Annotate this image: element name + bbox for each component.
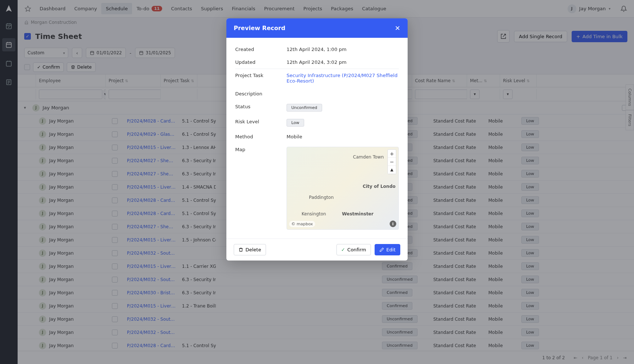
- updated-value: 12th April 2024, 3:02 pm: [287, 59, 399, 65]
- status-badge: Unconfirmed: [287, 104, 322, 112]
- preview-record-modal: Preview Record ✕ Created 12th April 2024…: [226, 18, 408, 261]
- modal-footer: Delete ✓ Confirm Edit: [226, 239, 408, 261]
- created-value: 12th April 2024, 1:00 pm: [287, 47, 399, 52]
- modal-title: Preview Record: [234, 25, 285, 32]
- info-icon[interactable]: i: [390, 221, 396, 227]
- description-label: Description: [235, 91, 287, 97]
- method-value: Mobile: [287, 134, 399, 139]
- modal-body: Created 12th April 2024, 1:00 pm Updated…: [226, 38, 408, 239]
- risk-badge: Low: [287, 119, 304, 127]
- map-controls: + − ▲: [387, 149, 396, 174]
- zoom-in-icon[interactable]: +: [388, 150, 396, 158]
- task-label: Project Task: [235, 73, 287, 84]
- risk-label: Risk Level: [235, 119, 287, 127]
- edit-icon: [379, 247, 384, 252]
- map-label: Map: [235, 147, 287, 230]
- modal-edit-button[interactable]: Edit: [375, 244, 400, 255]
- close-icon[interactable]: ✕: [395, 24, 400, 32]
- trash-icon: [238, 247, 243, 252]
- compass-icon[interactable]: ▲: [388, 166, 396, 174]
- zoom-out-icon[interactable]: −: [388, 158, 396, 166]
- method-label: Method: [235, 134, 287, 139]
- mapbox-logo: © mapbox: [289, 221, 315, 227]
- description-value: [287, 91, 399, 97]
- created-label: Created: [235, 47, 287, 52]
- check-icon: ✓: [341, 247, 345, 252]
- map-preview[interactable]: Camden Town City of Londo Paddington Ken…: [287, 147, 399, 230]
- status-label: Status: [235, 104, 287, 112]
- modal-delete-button[interactable]: Delete: [234, 244, 266, 255]
- modal-confirm-button[interactable]: ✓ Confirm: [336, 244, 371, 255]
- task-value[interactable]: Security Infrastructure (P/2024/M027 She…: [287, 73, 399, 84]
- modal-header: Preview Record ✕: [226, 18, 408, 38]
- modal-overlay[interactable]: Preview Record ✕ Created 12th April 2024…: [0, 0, 634, 364]
- updated-label: Updated: [235, 59, 287, 65]
